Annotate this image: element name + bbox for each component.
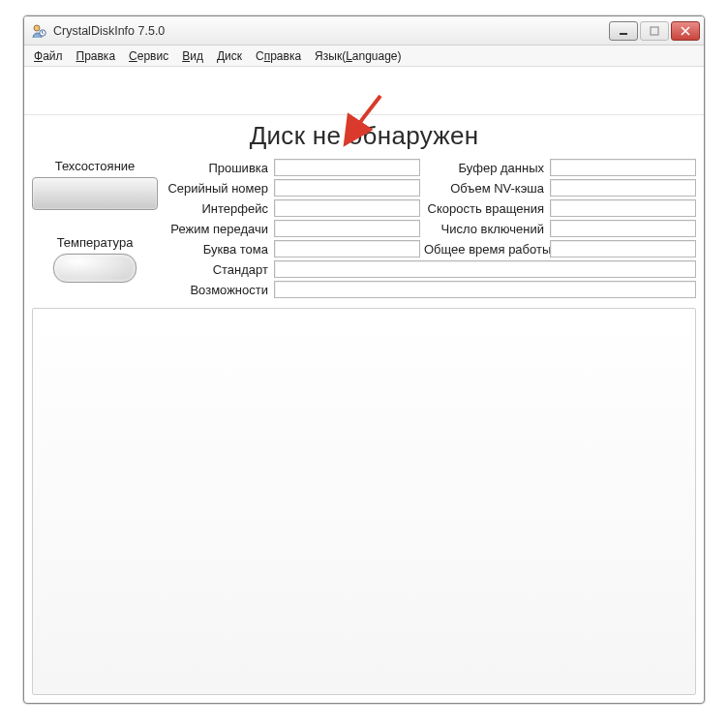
info-panel: Техсостояние Температура Прошивка Буфер … — [30, 159, 698, 304]
driveletter-label: Буква тома — [164, 242, 270, 257]
powerhours-label: Общее время работы — [424, 242, 546, 257]
standard-label: Стандарт — [164, 262, 270, 277]
serial-label: Серийный номер — [164, 181, 270, 196]
transfer-label: Режим передачи — [164, 222, 270, 236]
window-controls — [609, 21, 700, 41]
powerhours-value — [550, 240, 696, 257]
features-label: Возможности — [164, 283, 270, 297]
rpm-label: Скорость вращения — [424, 201, 546, 216]
toolbar-strip — [24, 67, 704, 115]
rpm-value — [550, 199, 696, 217]
firmware-label: Прошивка — [164, 161, 270, 175]
driveletter-value — [274, 240, 420, 257]
standard-value — [274, 260, 696, 278]
health-indicator — [32, 177, 158, 210]
titlebar[interactable]: CrystalDiskInfo 7.5.0 — [24, 16, 704, 45]
nvcache-label: Объем NV-кэша — [424, 181, 546, 196]
svg-point-0 — [34, 25, 40, 31]
menu-edit[interactable]: Правка — [73, 47, 120, 65]
powercount-value — [550, 220, 696, 237]
menu-view[interactable]: Вид — [178, 47, 207, 65]
firmware-value — [274, 159, 420, 176]
nvcache-value — [550, 179, 696, 197]
close-button[interactable] — [671, 21, 700, 41]
interface-label: Интерфейс — [164, 201, 270, 216]
maximize-button[interactable] — [640, 21, 669, 41]
buffer-label: Буфер данных — [424, 161, 546, 175]
svg-rect-3 — [651, 27, 658, 35]
menu-help[interactable]: Справка — [252, 47, 305, 65]
interface-value — [274, 199, 420, 217]
window-title: CrystalDiskInfo 7.5.0 — [53, 24, 609, 38]
status-column: Техсостояние Температура — [32, 159, 158, 298]
health-label: Техсостояние — [32, 159, 158, 173]
window-root: CrystalDiskInfo 7.5.0 Файл Правка Сервис… — [0, 0, 728, 727]
menu-file[interactable]: Файл — [30, 47, 67, 65]
temperature-label: Температура — [32, 235, 158, 250]
minimize-button[interactable] — [609, 21, 638, 41]
transfer-value — [274, 220, 420, 237]
menubar: Файл Правка Сервис Вид Диск Справка Язык… — [24, 45, 704, 67]
serial-value — [274, 179, 420, 197]
menu-service[interactable]: Сервис — [125, 47, 172, 65]
content-area: Диск не обнаружен Техсостояние Температу… — [24, 115, 704, 703]
window-frame: CrystalDiskInfo 7.5.0 Файл Правка Сервис… — [23, 15, 705, 704]
buffer-value — [550, 159, 696, 176]
temperature-indicator — [53, 254, 136, 283]
smart-table-area — [32, 308, 696, 695]
disk-fields: Прошивка Буфер данных Серийный номер Объ… — [164, 159, 696, 298]
menu-disk[interactable]: Диск — [213, 47, 246, 65]
app-icon — [30, 22, 47, 40]
features-value — [274, 281, 696, 298]
menu-language[interactable]: Язык(Language) — [311, 47, 405, 65]
svg-rect-2 — [620, 33, 627, 35]
powercount-label: Число включений — [424, 222, 546, 236]
status-headline: Диск не обнаружен — [30, 121, 698, 151]
